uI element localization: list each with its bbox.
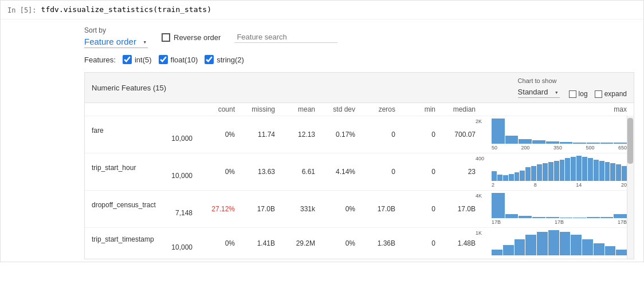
table-row: trip_start_timestamp 10,000 10,000 0% 1.…	[85, 227, 634, 259]
chart-bar	[622, 166, 627, 181]
chart-bar	[515, 239, 525, 255]
chart-bar	[520, 171, 525, 181]
row-max-val: 700.07	[435, 131, 476, 139]
sort-select[interactable]: Feature order	[84, 35, 148, 48]
chart-bar	[560, 160, 565, 181]
log-checkbox-box	[569, 90, 576, 98]
int-filter-checkbox[interactable]: int(5)	[123, 55, 152, 64]
table-row: trip_start_hour 10,000 10,000 0% 13.63 6…	[85, 153, 634, 190]
chart-bar	[594, 243, 604, 255]
chart-bar	[610, 163, 615, 181]
sort-by-label: Sort by	[84, 26, 148, 34]
chart-ymax: 400	[476, 156, 484, 161]
controls-row: Sort by Feature order ▾ Reverse order	[75, 19, 643, 53]
chart-bar	[503, 245, 514, 255]
panel-header: Numeric Features (15) Chart to show Stan…	[85, 73, 634, 103]
row-count-sub: 7,148	[92, 209, 195, 217]
row-missing-val: 0%	[195, 168, 235, 176]
chart-bar	[515, 172, 520, 181]
feature-search-input[interactable]	[234, 31, 337, 43]
chart-bar	[503, 175, 508, 181]
chart-bar	[492, 171, 497, 181]
expand-label: expand	[604, 90, 627, 98]
string-filter-label: string(2)	[217, 56, 244, 64]
rows-wrapper: fare 10,000 10,000 0% 11.74 12.13 0.17% …	[85, 116, 634, 259]
cell-input: In [5]: tfdv.visualize_statistics(train_…	[1, 1, 643, 19]
chart-bar	[492, 250, 502, 255]
scrollbar-thumb[interactable]	[627, 118, 633, 164]
reverse-order-box	[162, 33, 170, 42]
chart-xlabels: 281420	[492, 182, 627, 188]
row-name-cell: fare 10,000	[92, 127, 195, 143]
row-mean-val: 1.41B	[235, 239, 275, 247]
chart-bar	[573, 218, 586, 218]
th-missing: missing	[235, 105, 275, 113]
chart-ymax: 1K	[476, 230, 482, 236]
row-zeros-val: 0.17%	[315, 131, 355, 139]
row-count-sub: 10,000	[92, 172, 195, 180]
chart-bar	[509, 174, 514, 181]
float-filter-checkbox[interactable]: float(10)	[159, 55, 198, 64]
chart-bar	[573, 143, 586, 144]
chart-ymax: 4K	[476, 193, 482, 199]
chart-bar	[614, 214, 627, 218]
chart-xlabels: 17B17B17B	[492, 219, 627, 225]
chart-bar	[594, 160, 599, 181]
row-chart: 1K	[476, 230, 627, 256]
row-mean-val: 11.74	[235, 131, 275, 139]
chart-bar	[599, 161, 604, 181]
notebook-cell: In [5]: tfdv.visualize_statistics(train_…	[0, 0, 644, 262]
data-panel: Numeric Features (15) Chart to show Stan…	[84, 72, 634, 259]
row-min-val: 17.0B	[355, 205, 395, 213]
row-name-cell: dropoff_census_tract 7,148	[92, 201, 195, 217]
th-median: median	[435, 105, 476, 113]
chart-bar	[505, 136, 519, 144]
int-filter-label: int(5)	[135, 56, 152, 64]
cell-code: tfdv.visualize_statistics(train_stats)	[41, 5, 211, 14]
row-feature-name: fare	[92, 127, 195, 135]
chart-bar	[560, 142, 573, 144]
row-chart: 400 281420	[476, 156, 627, 188]
chart-bar	[560, 218, 573, 218]
chart-bars	[492, 119, 627, 144]
chart-bar	[492, 119, 505, 144]
th-count: count	[195, 105, 235, 113]
chart-bar	[571, 235, 582, 255]
log-checkbox[interactable]: log	[569, 90, 588, 98]
float-filter-label: float(10)	[171, 56, 198, 64]
cell-label: In [5]:	[7, 5, 37, 14]
scrollbar-track[interactable]	[627, 116, 634, 259]
chart-bar	[582, 157, 587, 181]
chart-bar	[532, 217, 545, 218]
row-stddev-val: 331k	[275, 205, 315, 213]
reverse-order-label: Reverse order	[174, 33, 221, 42]
panel-title: Numeric Features (15)	[92, 84, 166, 92]
row-missing-val: 0%	[195, 239, 235, 247]
chart-bar	[571, 157, 576, 181]
chart-bar	[505, 214, 519, 218]
chart-bars	[492, 230, 627, 255]
row-max-val: 17.0B	[435, 205, 476, 213]
expand-checkbox[interactable]: expand	[595, 90, 627, 98]
chart-bar	[576, 156, 582, 181]
chart-bar	[546, 217, 559, 218]
chart-ymax: 2K	[476, 119, 482, 124]
row-count-sub: 10,000	[92, 243, 195, 251]
chart-bar	[492, 193, 505, 218]
chart-bar	[565, 158, 570, 181]
chart-bar	[616, 164, 621, 181]
chart-bar	[588, 158, 593, 181]
chart-bar	[600, 143, 614, 144]
sort-select-wrapper: Feature order ▾	[84, 35, 148, 48]
string-filter-checkbox[interactable]: string(2)	[205, 55, 244, 64]
chart-xlabels: 50200350500650	[492, 145, 627, 151]
chart-bars	[492, 193, 627, 218]
chart-select[interactable]: Standard	[518, 86, 560, 98]
features-filter-row: Features: int(5) float(10) string(2)	[75, 53, 643, 70]
reverse-order-checkbox[interactable]: Reverse order	[162, 33, 221, 42]
th-min: min	[395, 105, 435, 113]
th-max: max	[476, 105, 627, 113]
chart-bar	[548, 230, 559, 255]
chart-bar	[519, 139, 532, 144]
row-chart: 4K 17B17B17B	[476, 193, 627, 225]
